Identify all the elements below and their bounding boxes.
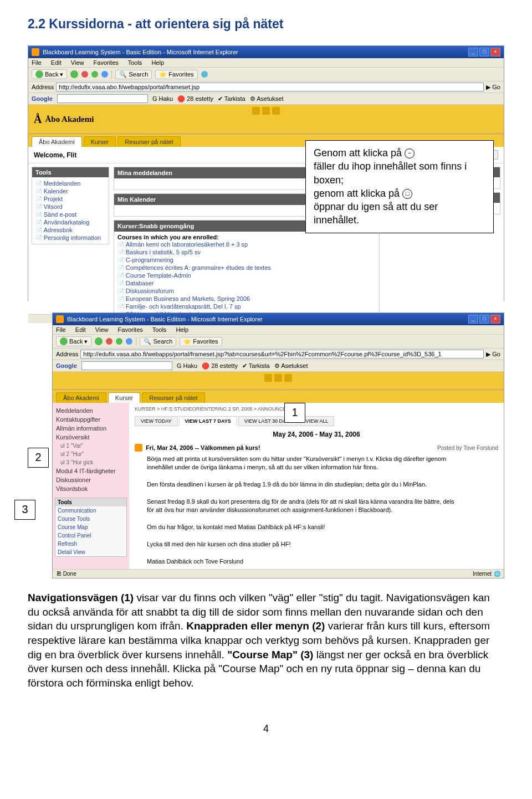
- tab-resurser[interactable]: Resurser på nätet: [117, 136, 180, 147]
- help-icon[interactable]: [274, 374, 282, 382]
- list-item[interactable]: Kalender: [35, 187, 105, 195]
- google-blocked[interactable]: 🛑 28 estetty: [177, 95, 213, 103]
- refresh-button[interactable]: [91, 71, 98, 78]
- favorites-button[interactable]: ⭐ Favorites: [155, 70, 197, 79]
- list-item[interactable]: Kursöversikt: [55, 433, 127, 442]
- course-body: MeddelandenKontaktuppgifterAllmän inform…: [53, 403, 504, 569]
- list-item[interactable]: Course Tools: [55, 515, 126, 523]
- list-item[interactable]: C-programmering: [117, 256, 376, 264]
- close-icon[interactable]: ×: [490, 48, 500, 57]
- google-settings[interactable]: ⚙ Asetukset: [250, 95, 284, 103]
- menu-favorites[interactable]: Favorites: [94, 59, 119, 66]
- view-today[interactable]: VIEW TODAY: [135, 416, 178, 426]
- list-item[interactable]: ul 3 "Hur gick: [55, 458, 127, 467]
- list-item[interactable]: Allmän kemi och laboratoriesäkerhet 8 + …: [117, 240, 376, 248]
- refresh-button[interactable]: [116, 338, 122, 345]
- stop-button[interactable]: [81, 71, 88, 78]
- list-item[interactable]: Adressbok: [35, 226, 105, 234]
- home-icon[interactable]: [252, 107, 260, 115]
- list-item[interactable]: ul 1 "Var": [55, 442, 127, 450]
- max-icon[interactable]: □: [479, 48, 489, 57]
- google-check[interactable]: ✔ Tarkista: [242, 362, 270, 370]
- google-search-input[interactable]: [57, 94, 148, 103]
- list-item[interactable]: Kontaktuppgifter: [55, 415, 127, 424]
- google-label: Google: [56, 362, 77, 369]
- menu-file[interactable]: File: [56, 326, 66, 333]
- list-item[interactable]: Refresh: [55, 540, 126, 548]
- min-icon[interactable]: _: [468, 48, 478, 57]
- list-item[interactable]: Compétences écrites A: grammaire+ études…: [117, 264, 376, 272]
- search-button[interactable]: 🔍 Search: [115, 70, 152, 79]
- menu-help[interactable]: Help: [151, 59, 164, 66]
- list-item[interactable]: Meddelanden: [35, 180, 105, 187]
- list-item[interactable]: Allmän information: [55, 424, 127, 433]
- list-item[interactable]: Detail View: [55, 548, 126, 556]
- forward-button[interactable]: [95, 337, 103, 345]
- breadcrumb[interactable]: KURSER > HF:S STUDIEORIENTERING 2 SP, 20…: [135, 406, 498, 412]
- menu-view[interactable]: View: [71, 59, 84, 66]
- google-search-input[interactable]: [81, 361, 172, 370]
- list-item[interactable]: Användarkatalog: [35, 218, 105, 226]
- google-check[interactable]: ✔ Tarkista: [218, 95, 245, 103]
- menu-tools[interactable]: Tools: [128, 59, 142, 66]
- tools-title: Tools: [35, 169, 52, 176]
- max-icon[interactable]: □: [479, 315, 489, 324]
- menu-file[interactable]: File: [32, 59, 42, 66]
- list-item[interactable]: Vitsordsbok: [55, 484, 127, 493]
- go-button[interactable]: ▶ Go: [486, 351, 500, 358]
- google-haku[interactable]: G Haku: [152, 95, 173, 102]
- list-item[interactable]: Diskussionsforum: [117, 287, 376, 295]
- list-item[interactable]: Diskussioner: [55, 475, 127, 484]
- min-icon[interactable]: _: [468, 315, 478, 324]
- tab-kurser[interactable]: Kurser: [84, 136, 116, 147]
- list-item[interactable]: Sänd e-post: [35, 211, 105, 218]
- forward-button[interactable]: [70, 70, 78, 78]
- announcement: Fri, Mar 24, 2006 -- Välkommen på kurs! …: [135, 444, 498, 566]
- tab-resurser[interactable]: Resurser på nätet: [142, 392, 204, 403]
- logout-icon[interactable]: [272, 107, 280, 115]
- tab-abo[interactable]: Åbo Akademi: [32, 136, 82, 147]
- back-button[interactable]: Back ▾: [56, 336, 91, 346]
- list-item[interactable]: Course Template-Admin: [117, 272, 376, 279]
- google-blocked[interactable]: 🛑 28 estetty: [202, 362, 238, 370]
- menu-edit[interactable]: Edit: [51, 59, 62, 66]
- list-item[interactable]: Course Map: [55, 523, 126, 531]
- home-button[interactable]: [101, 71, 108, 78]
- tab-kurser[interactable]: Kurser: [108, 392, 140, 403]
- close-icon[interactable]: ×: [490, 315, 500, 324]
- list-item[interactable]: ul 2 "Hur": [55, 450, 127, 458]
- list-item[interactable]: Databaser: [117, 279, 376, 287]
- stop-button[interactable]: [106, 338, 112, 345]
- favorites-button[interactable]: ⭐ Favorites: [180, 337, 222, 346]
- address-input[interactable]: [80, 350, 484, 358]
- search-button[interactable]: 🔍 Search: [140, 337, 176, 346]
- home-button[interactable]: [126, 338, 132, 345]
- menu-view[interactable]: View: [95, 326, 109, 333]
- list-item[interactable]: Vitsord: [35, 203, 105, 211]
- address-input[interactable]: [56, 83, 484, 91]
- list-item[interactable]: Modul 4 IT-färdigheter: [55, 467, 127, 475]
- google-settings[interactable]: ⚙ Asetukset: [274, 362, 308, 370]
- help-icon[interactable]: [262, 107, 270, 115]
- home-icon[interactable]: [264, 374, 272, 382]
- tab-abo[interactable]: Åbo Akademi: [56, 392, 106, 403]
- list-item[interactable]: Projekt: [35, 195, 105, 203]
- menu-edit[interactable]: Edit: [75, 326, 86, 333]
- list-item[interactable]: Baskurs i statistik, 5 sp/5 sv: [117, 248, 376, 256]
- menu-help[interactable]: Help: [176, 326, 188, 333]
- menu-favorites[interactable]: Favorites: [118, 326, 143, 333]
- list-item[interactable]: European Business and Markets, Spring 20…: [117, 295, 376, 303]
- list-item[interactable]: Meddelanden: [55, 406, 127, 415]
- go-button[interactable]: ▶ Go: [486, 84, 500, 91]
- back-button[interactable]: Back ▾: [32, 69, 67, 79]
- view-7days[interactable]: VIEW LAST 7 DAYS: [179, 416, 237, 426]
- menu-tools[interactable]: Tools: [152, 326, 167, 333]
- google-haku[interactable]: G Haku: [177, 362, 197, 369]
- list-item[interactable]: Communication: [55, 506, 126, 515]
- media-button[interactable]: [201, 71, 208, 78]
- logout-icon[interactable]: [284, 374, 292, 382]
- list-item[interactable]: Control Panel: [55, 531, 126, 540]
- body-paragraph: Navigationsvägen (1) visar var du finns …: [28, 591, 504, 690]
- list-item[interactable]: Familje- och kvarlåtenskapsrätt, Del I, …: [117, 303, 376, 310]
- list-item[interactable]: Personlig information: [35, 234, 105, 242]
